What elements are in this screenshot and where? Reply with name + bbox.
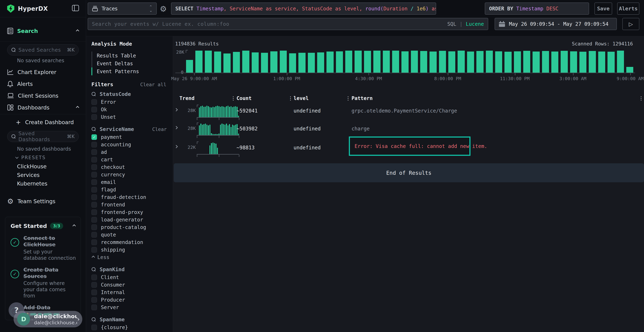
col-header-level[interactable]: level bbox=[294, 95, 308, 101]
filter-option-currency[interactable]: currency bbox=[92, 171, 169, 178]
filter-option--closure-[interactable]: {closure} bbox=[92, 324, 169, 331]
table-row[interactable]: 22K~98813undefinedError: Visa cache full… bbox=[174, 140, 644, 158]
filter-option-fraud-detection[interactable]: fraud-detection bbox=[92, 193, 169, 201]
checkbox[interactable] bbox=[92, 99, 97, 105]
col-header-trend[interactable]: Trend bbox=[180, 95, 194, 101]
sidebar-collapse-icon[interactable] bbox=[72, 5, 79, 12]
table-options-icon[interactable]: ⋮ bbox=[639, 95, 644, 101]
gear-icon[interactable]: ⚙ bbox=[160, 5, 167, 13]
clear-filter-link[interactable]: Clear bbox=[152, 126, 169, 132]
checkbox[interactable] bbox=[92, 202, 97, 208]
checkbox[interactable] bbox=[92, 157, 97, 162]
selected-pattern-box[interactable]: Error: Visa cache full: cannot add new i… bbox=[349, 136, 470, 156]
filter-option--flagd-evaluation-v1-se-[interactable]: /flagd.evaluation.v1.Se… bbox=[92, 331, 169, 332]
saved-dashboards-input[interactable]: Saved Dashboards ⌘K bbox=[7, 131, 79, 142]
filter-option-client[interactable]: Client bbox=[92, 274, 169, 281]
sidebar-item-client-sessions[interactable]: Client Sessions bbox=[0, 90, 86, 101]
checkbox[interactable] bbox=[92, 114, 97, 120]
checkbox[interactable] bbox=[92, 282, 97, 288]
checkbox[interactable] bbox=[92, 325, 97, 330]
filter-option-consumer[interactable]: Consumer bbox=[92, 281, 169, 288]
alerts-button[interactable]: Alerts bbox=[617, 2, 639, 15]
preset-kubernetes[interactable]: Kubernetes bbox=[17, 180, 48, 187]
preset-services[interactable]: Services bbox=[17, 172, 40, 178]
filter-option-server[interactable]: Server bbox=[92, 304, 169, 311]
filter-option-accounting[interactable]: accounting bbox=[92, 141, 169, 148]
col-header-count[interactable]: Count bbox=[236, 95, 252, 101]
lucene-mode-toggle[interactable]: Lucene bbox=[466, 21, 484, 27]
filter-option-ad[interactable]: ad bbox=[92, 148, 169, 156]
run-query-button[interactable]: ▷ bbox=[622, 18, 639, 30]
filter-option-frontend-proxy[interactable]: frontend-proxy bbox=[92, 208, 169, 216]
mode-event-deltas[interactable]: Event Deltas bbox=[97, 61, 133, 66]
user-menu[interactable]: D dale@clickhouse.com dale@clickhouse.co… bbox=[14, 311, 82, 327]
checkbox[interactable] bbox=[92, 297, 97, 303]
get-started-task[interactable]: ✓Create Data SourcesConfigure where your… bbox=[5, 262, 81, 300]
date-range-picker[interactable]: May 26 09:09:54 - May 27 09:09:54 bbox=[495, 18, 617, 30]
checkbox[interactable] bbox=[92, 149, 97, 155]
checkbox[interactable] bbox=[92, 187, 97, 192]
expand-row-icon[interactable] bbox=[174, 126, 178, 129]
filter-option-shipping[interactable]: shipping bbox=[92, 246, 169, 254]
order-by-editor[interactable]: ORDER BY Timestamp DESC bbox=[485, 2, 589, 15]
checkbox[interactable] bbox=[92, 274, 97, 280]
checkbox[interactable] bbox=[92, 217, 97, 222]
mode-event-patterns[interactable]: Event Patterns bbox=[97, 68, 139, 74]
source-select[interactable]: Traces ⌃⌃ bbox=[88, 2, 157, 15]
save-button[interactable]: Save bbox=[594, 2, 612, 15]
checkbox[interactable] bbox=[92, 107, 97, 112]
checkbox[interactable] bbox=[92, 210, 97, 215]
col-header-pattern[interactable]: Pattern bbox=[352, 95, 373, 101]
show-less-toggle[interactable]: Less bbox=[92, 254, 169, 261]
mode-results-table[interactable]: Results Table bbox=[97, 53, 136, 59]
checkbox[interactable] bbox=[92, 240, 97, 245]
checkbox[interactable]: ✓ bbox=[92, 134, 97, 140]
sidebar-item-team-settings[interactable]: ⚙ Team Settings bbox=[0, 196, 86, 207]
checkbox[interactable] bbox=[92, 305, 97, 310]
filter-option-frontend[interactable]: frontend bbox=[92, 201, 169, 208]
sidebar-item-search[interactable]: Search bbox=[0, 26, 86, 36]
get-started-task[interactable]: ✓Connect to ClickHouseSet up your databa… bbox=[5, 231, 81, 262]
filter-option-unset[interactable]: Unset bbox=[92, 113, 169, 121]
checkbox[interactable] bbox=[92, 232, 97, 238]
sidebar-item-alerts[interactable]: Alerts bbox=[0, 78, 86, 90]
filter-option-error[interactable]: Error bbox=[92, 98, 169, 106]
create-dashboard-button[interactable]: + Create Dashboard bbox=[0, 117, 86, 128]
checkbox[interactable] bbox=[92, 194, 97, 200]
sql-select-editor[interactable]: SELECT Timestamp, ServiceName as service… bbox=[171, 2, 436, 15]
filter-option-checkout[interactable]: checkout bbox=[92, 163, 169, 171]
column-separator-icon[interactable]: ⋮ bbox=[231, 95, 236, 101]
preset-clickhouse[interactable]: ClickHouse bbox=[17, 163, 47, 170]
results-histogram[interactable]: 28K 0 May 26 9:00:00 AM1:00:00 PM4:30:00… bbox=[186, 50, 633, 73]
filter-option-quote[interactable]: quote bbox=[92, 231, 169, 238]
filter-option-payment[interactable]: ✓payment bbox=[92, 133, 169, 141]
filter-option-email[interactable]: email bbox=[92, 178, 169, 186]
clear-all-filters[interactable]: Clear all bbox=[140, 82, 166, 87]
checkbox[interactable] bbox=[92, 164, 97, 170]
get-started-header[interactable]: Get Started 3/3 bbox=[5, 217, 81, 231]
search-input[interactable]: Search your events w/ Lucene ex. column:… bbox=[88, 18, 488, 30]
column-separator-icon[interactable]: ⋮ bbox=[346, 95, 350, 101]
filter-option-cart[interactable]: cart bbox=[92, 156, 169, 163]
sql-mode-toggle[interactable]: SQL bbox=[447, 21, 456, 27]
filter-option-internal[interactable]: Internal bbox=[92, 288, 169, 296]
filter-option-producer[interactable]: Producer bbox=[92, 296, 169, 304]
column-separator-icon[interactable]: ⋮ bbox=[288, 95, 293, 101]
checkbox[interactable] bbox=[92, 224, 97, 230]
expand-row-icon[interactable] bbox=[174, 108, 178, 111]
table-row[interactable]: 28K~592041undefinedgrpc.oteldemo.Payment… bbox=[174, 104, 644, 122]
filter-option-product-catalog[interactable]: product-catalog bbox=[92, 224, 169, 231]
checkbox[interactable] bbox=[92, 290, 97, 295]
filter-option-recommendation[interactable]: recommendation bbox=[92, 238, 169, 246]
filter-option-load-generator[interactable]: load-generator bbox=[92, 216, 169, 224]
filter-option-ok[interactable]: Ok bbox=[92, 106, 169, 113]
filter-option-flagd[interactable]: flagd bbox=[92, 186, 169, 193]
presets-header[interactable]: PRESETS bbox=[16, 155, 46, 160]
checkbox[interactable] bbox=[92, 180, 97, 185]
checkbox[interactable] bbox=[92, 247, 97, 252]
expand-row-icon[interactable] bbox=[174, 145, 178, 148]
sidebar-item-dashboards[interactable]: Dashboards bbox=[0, 102, 86, 113]
checkbox[interactable] bbox=[92, 142, 97, 148]
sidebar-item-chart-explorer[interactable]: Chart Explorer bbox=[0, 66, 86, 78]
checkbox[interactable] bbox=[92, 172, 97, 178]
